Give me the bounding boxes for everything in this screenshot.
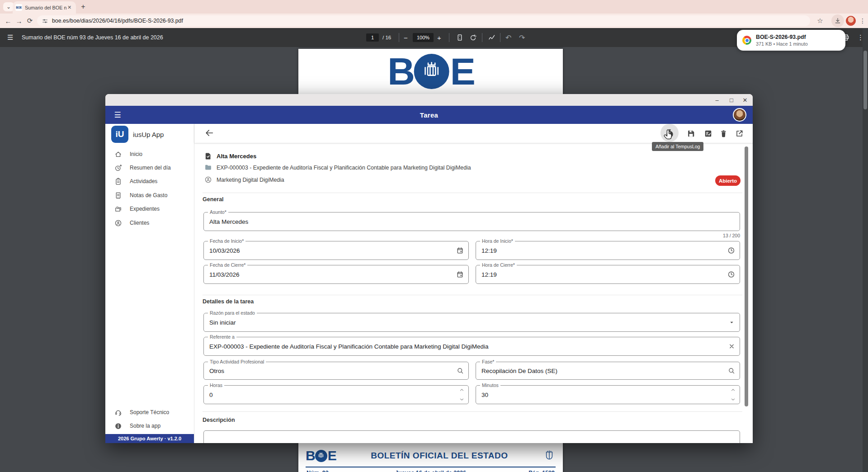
task-title: Alta Mercedes bbox=[217, 153, 256, 160]
fit-page-icon[interactable] bbox=[456, 28, 464, 47]
chevron-down-icon[interactable] bbox=[459, 396, 465, 402]
window-titlebar[interactable]: – □ ✕ bbox=[105, 94, 753, 106]
spain-coat-of-arms-icon bbox=[317, 452, 325, 460]
rotate-icon[interactable] bbox=[469, 28, 477, 47]
browser-toolbar: ← → ⟳ boe.es/boe/dias/2026/04/16/pdfs/BO… bbox=[0, 14, 868, 28]
back-arrow-icon[interactable] bbox=[204, 128, 214, 138]
delete-trash-icon[interactable] bbox=[717, 127, 730, 140]
fase-field[interactable]: Fase* Recopilación De Datos (SE) bbox=[476, 362, 740, 380]
chevron-up-icon[interactable] bbox=[459, 387, 465, 393]
toolbar-divider bbox=[449, 33, 449, 42]
hora-cierre-field[interactable]: Hora de Cierre* 12:19 bbox=[476, 265, 740, 284]
app-brand: iU iusUp App bbox=[111, 126, 164, 143]
divider bbox=[203, 295, 742, 295]
boe-band-title: BOLETÍN OFICIAL DEL ESTADO bbox=[336, 451, 543, 461]
browser-menu-icon[interactable]: ⋮ bbox=[856, 14, 868, 27]
tab-close-icon[interactable]: ✕ bbox=[67, 5, 71, 10]
browser-scrollbar-thumb[interactable] bbox=[863, 51, 867, 109]
bookmark-star-icon[interactable]: ☆ bbox=[814, 14, 826, 27]
zoom-in-icon[interactable]: + bbox=[437, 28, 441, 47]
address-bar[interactable]: boe.es/boe/dias/2026/04/16/pdfs/BOE-S-20… bbox=[37, 15, 810, 26]
boe-emblem-circle bbox=[414, 54, 449, 89]
mouse-cursor-hand bbox=[664, 129, 674, 139]
sidebar-item-notas-de-gasto[interactable]: Notas de Gasto bbox=[105, 189, 194, 202]
sidebar-item-resumen-del-dia[interactable]: Resumen del día bbox=[105, 161, 194, 175]
downloads-icon[interactable] bbox=[831, 14, 844, 27]
clock-icon[interactable] bbox=[727, 271, 735, 278]
status-badge: Abierto bbox=[715, 175, 741, 186]
reload-icon[interactable]: ⟳ bbox=[24, 14, 35, 28]
info-icon bbox=[114, 422, 122, 430]
tipo-actividad-field[interactable]: Tipo Actividad Profesional Otros bbox=[203, 362, 469, 380]
pdf-document-title: Sumario del BOE núm 93 de Jueves 16 de a… bbox=[22, 28, 163, 47]
window-minimize-icon[interactable]: – bbox=[710, 94, 724, 106]
main-content: Alta Mercedes EXP-000003 - Expediente de… bbox=[194, 124, 753, 443]
referente-field[interactable]: Referente a EXP-000003 - Expediente de A… bbox=[203, 337, 740, 356]
save-icon[interactable] bbox=[684, 127, 697, 140]
toolbar-divider bbox=[482, 33, 482, 42]
razon-estado-select[interactable]: Razón para el estado Sin iniciar bbox=[203, 313, 740, 332]
sidebar-item-soporte-tecnico[interactable]: Soporte Técnico bbox=[105, 406, 194, 419]
download-filename: BOE-S-2026-93.pdf bbox=[756, 34, 808, 40]
app-body: iU iusUp App Inicio Resumen del día Acti… bbox=[105, 124, 753, 443]
headset-icon bbox=[114, 409, 122, 416]
calendar-icon[interactable] bbox=[456, 271, 464, 278]
pdf-menu-icon[interactable]: ☰ bbox=[7, 28, 13, 47]
calendar-icon[interactable] bbox=[456, 247, 464, 255]
task-expediente-row: EXP-000003 - Expediente de Auditoría Fis… bbox=[204, 164, 471, 171]
window-maximize-icon[interactable]: □ bbox=[725, 94, 738, 106]
checklist-icon[interactable] bbox=[702, 127, 714, 140]
undo-icon[interactable]: ↶ bbox=[505, 28, 511, 47]
chrome-icon bbox=[742, 36, 751, 45]
caret-down-icon[interactable] bbox=[728, 319, 735, 326]
spain-coat-of-arms-icon bbox=[420, 60, 443, 83]
section-detalles-title: Detalles de la tarea bbox=[203, 298, 254, 305]
sidebar-item-inicio[interactable]: Inicio bbox=[105, 147, 194, 161]
window-close-icon[interactable]: ✕ bbox=[738, 94, 752, 106]
descripcion-field[interactable] bbox=[203, 430, 740, 443]
clock-icon[interactable] bbox=[727, 247, 735, 255]
asunto-field[interactable]: Asunto* Alta Mercedes bbox=[203, 212, 740, 231]
fecha-inicio-field[interactable]: Fecha de Inicio* 10/03/2026 bbox=[203, 241, 469, 260]
new-tab-button[interactable]: + bbox=[79, 2, 88, 11]
user-avatar[interactable] bbox=[733, 108, 746, 122]
folder-icon bbox=[204, 164, 212, 171]
divider bbox=[203, 193, 742, 193]
task-expediente: EXP-000003 - Expediente de Auditoría Fis… bbox=[217, 165, 471, 171]
tooltip: Añadir al TempusLog bbox=[652, 142, 703, 151]
browser-scrollbar[interactable] bbox=[863, 28, 868, 472]
zoom-level[interactable]: 100% bbox=[413, 33, 434, 42]
sidebar-item-actividades[interactable]: Actividades bbox=[105, 175, 194, 188]
search-icon[interactable] bbox=[728, 367, 735, 374]
browser-tab-strip: ⌄ BOE Sumario del BOE núm 93 de Ju ✕ + bbox=[0, 0, 868, 14]
section-general-title: General bbox=[203, 196, 224, 203]
horas-stepper[interactable]: Horas 0 bbox=[203, 385, 469, 404]
content-scrollbar-thumb[interactable] bbox=[745, 146, 748, 406]
sidebar-item-clientes[interactable]: Clientes bbox=[105, 216, 194, 230]
toolbar-divider bbox=[500, 33, 500, 42]
boe-letter-e: E bbox=[450, 53, 474, 90]
forward-icon[interactable]: → bbox=[14, 14, 24, 28]
chevron-up-icon[interactable] bbox=[730, 387, 736, 393]
minutos-stepper[interactable]: Minutos 30 bbox=[476, 385, 740, 404]
browser-tab[interactable]: BOE Sumario del BOE núm 93 de Ju ✕ bbox=[13, 1, 76, 14]
boe-letter-b: B bbox=[387, 53, 413, 90]
chevron-down-icon[interactable] bbox=[730, 396, 736, 402]
open-in-new-icon[interactable] bbox=[733, 127, 745, 140]
back-icon[interactable]: ← bbox=[3, 14, 14, 28]
sidebar-item-sobre-la-app[interactable]: Sobre la app bbox=[105, 419, 194, 433]
browser-profile-avatar[interactable] bbox=[846, 16, 856, 26]
redo-icon[interactable]: ↷ bbox=[519, 28, 525, 47]
pdf-page-input[interactable]: 1 bbox=[366, 33, 379, 42]
zoom-out-icon[interactable]: − bbox=[404, 28, 408, 47]
iusup-logo-icon: iU bbox=[111, 126, 128, 143]
hora-inicio-field[interactable]: Hora de Inicio* 12:19 bbox=[476, 241, 740, 260]
site-info-tune-icon[interactable] bbox=[42, 18, 48, 24]
annotate-pen-icon[interactable] bbox=[488, 28, 496, 47]
fecha-cierre-field[interactable]: Fecha de Cierre* 11/03/2026 bbox=[203, 265, 469, 284]
sidebar-item-expedientes[interactable]: Expedientes bbox=[105, 202, 194, 216]
download-popup[interactable]: BOE-S-2026-93.pdf 371 KB • Hace 1 minuto bbox=[737, 30, 845, 51]
brand-name: iusUp App bbox=[133, 131, 164, 138]
clear-x-icon[interactable] bbox=[728, 343, 735, 350]
search-icon[interactable] bbox=[457, 367, 464, 374]
